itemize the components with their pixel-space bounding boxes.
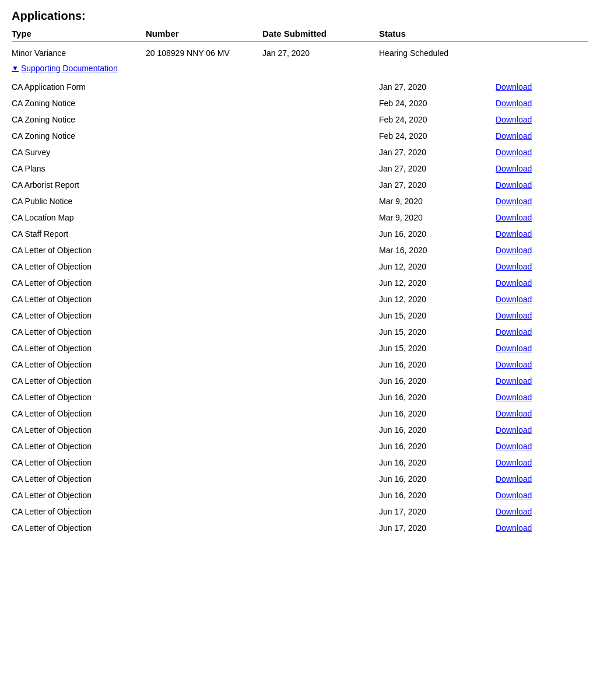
- download-link[interactable]: Download: [496, 507, 532, 516]
- app-number: 20 108929 NNY 06 MV: [146, 48, 262, 58]
- table-row: CA Letter of ObjectionJun 15, 2020Downlo…: [12, 340, 588, 356]
- download-button[interactable]: Download: [496, 131, 566, 141]
- table-row: CA Staff ReportJun 16, 2020Download: [12, 226, 588, 242]
- doc-date: Mar 9, 2020: [379, 197, 496, 206]
- download-button[interactable]: Download: [496, 344, 566, 353]
- table-row: CA Letter of ObjectionJun 15, 2020Downlo…: [12, 324, 588, 340]
- download-link[interactable]: Download: [496, 360, 532, 369]
- download-link[interactable]: Download: [496, 295, 532, 304]
- download-button[interactable]: Download: [496, 376, 566, 386]
- download-button[interactable]: Download: [496, 148, 566, 157]
- doc-name: CA Letter of Objection: [12, 360, 146, 369]
- download-button[interactable]: Download: [496, 278, 566, 288]
- download-link[interactable]: Download: [496, 197, 532, 206]
- doc-date: Jun 15, 2020: [379, 327, 496, 337]
- download-link[interactable]: Download: [496, 376, 532, 386]
- download-link[interactable]: Download: [496, 425, 532, 435]
- doc-date: Feb 24, 2020: [379, 115, 496, 124]
- download-button[interactable]: Download: [496, 409, 566, 418]
- download-button[interactable]: Download: [496, 523, 566, 533]
- download-button[interactable]: Download: [496, 474, 566, 484]
- download-button[interactable]: Download: [496, 491, 566, 500]
- download-link[interactable]: Download: [496, 262, 532, 271]
- download-button[interactable]: Download: [496, 295, 566, 304]
- download-button[interactable]: Download: [496, 164, 566, 173]
- doc-date: Jun 17, 2020: [379, 507, 496, 516]
- download-button[interactable]: Download: [496, 360, 566, 369]
- header-type: Type: [12, 29, 146, 38]
- table-row: CA Letter of ObjectionJun 16, 2020Downlo…: [12, 373, 588, 389]
- toggle-triangle-icon: ▼: [12, 64, 19, 72]
- doc-date: Jun 16, 2020: [379, 442, 496, 451]
- table-row: CA Location MapMar 9, 2020Download: [12, 209, 588, 226]
- doc-name: CA Letter of Objection: [12, 491, 146, 500]
- doc-date: Feb 24, 2020: [379, 131, 496, 141]
- download-button[interactable]: Download: [496, 425, 566, 435]
- download-link[interactable]: Download: [496, 229, 532, 239]
- download-button[interactable]: Download: [496, 262, 566, 271]
- download-link[interactable]: Download: [496, 99, 532, 108]
- doc-name: CA Letter of Objection: [12, 278, 146, 288]
- download-button[interactable]: Download: [496, 180, 566, 190]
- doc-date: Feb 24, 2020: [379, 99, 496, 108]
- download-link[interactable]: Download: [496, 327, 532, 337]
- download-button[interactable]: Download: [496, 393, 566, 402]
- doc-name: CA Application Form: [12, 82, 146, 92]
- table-row: CA Letter of ObjectionJun 16, 2020Downlo…: [12, 356, 588, 373]
- download-link[interactable]: Download: [496, 474, 532, 484]
- doc-date: Jun 15, 2020: [379, 344, 496, 353]
- table-row: CA Letter of ObjectionMar 16, 2020Downlo…: [12, 242, 588, 258]
- download-link[interactable]: Download: [496, 393, 532, 402]
- download-link[interactable]: Download: [496, 458, 532, 467]
- download-button[interactable]: Download: [496, 442, 566, 451]
- download-button[interactable]: Download: [496, 197, 566, 206]
- download-button[interactable]: Download: [496, 115, 566, 124]
- doc-date: Jun 16, 2020: [379, 474, 496, 484]
- download-link[interactable]: Download: [496, 148, 532, 157]
- download-link[interactable]: Download: [496, 523, 532, 533]
- download-link[interactable]: Download: [496, 278, 532, 288]
- table-row: CA Letter of ObjectionJun 12, 2020Downlo…: [12, 291, 588, 307]
- table-row: CA SurveyJan 27, 2020Download: [12, 144, 588, 160]
- download-link[interactable]: Download: [496, 311, 532, 320]
- doc-name: CA Letter of Objection: [12, 295, 146, 304]
- download-link[interactable]: Download: [496, 164, 532, 173]
- download-link[interactable]: Download: [496, 180, 532, 190]
- table-row: CA Letter of ObjectionJun 16, 2020Downlo…: [12, 389, 588, 405]
- doc-date: Jun 16, 2020: [379, 409, 496, 418]
- supporting-docs-toggle[interactable]: ▼ Supporting Documentation: [12, 64, 588, 73]
- doc-date: Jun 16, 2020: [379, 425, 496, 435]
- download-button[interactable]: Download: [496, 229, 566, 239]
- download-link[interactable]: Download: [496, 115, 532, 124]
- download-button[interactable]: Download: [496, 458, 566, 467]
- header-date-submitted: Date Submitted: [262, 29, 379, 38]
- doc-name: CA Letter of Objection: [12, 523, 146, 533]
- download-link[interactable]: Download: [496, 246, 532, 255]
- download-button[interactable]: Download: [496, 99, 566, 108]
- download-button[interactable]: Download: [496, 507, 566, 516]
- download-link[interactable]: Download: [496, 213, 532, 222]
- download-button[interactable]: Download: [496, 246, 566, 255]
- doc-name: CA Letter of Objection: [12, 393, 146, 402]
- table-row: CA Letter of ObjectionJun 16, 2020Downlo…: [12, 405, 588, 422]
- table-row: CA Letter of ObjectionJun 12, 2020Downlo…: [12, 275, 588, 291]
- download-button[interactable]: Download: [496, 311, 566, 320]
- download-link[interactable]: Download: [496, 442, 532, 451]
- download-link[interactable]: Download: [496, 409, 532, 418]
- download-link[interactable]: Download: [496, 491, 532, 500]
- doc-date: Jun 16, 2020: [379, 393, 496, 402]
- download-link[interactable]: Download: [496, 82, 532, 92]
- doc-date: Jan 27, 2020: [379, 82, 496, 92]
- doc-name: CA Zoning Notice: [12, 115, 146, 124]
- download-button[interactable]: Download: [496, 327, 566, 337]
- doc-name: CA Letter of Objection: [12, 262, 146, 271]
- download-link[interactable]: Download: [496, 344, 532, 353]
- header-action: [496, 29, 566, 38]
- app-status: Hearing Scheduled: [379, 48, 496, 58]
- table-row: CA Arborist ReportJan 27, 2020Download: [12, 177, 588, 193]
- documents-section: CA Application FormJan 27, 2020DownloadC…: [12, 79, 588, 536]
- download-link[interactable]: Download: [496, 131, 532, 141]
- doc-date: Jun 17, 2020: [379, 523, 496, 533]
- download-button[interactable]: Download: [496, 213, 566, 222]
- download-button[interactable]: Download: [496, 82, 566, 92]
